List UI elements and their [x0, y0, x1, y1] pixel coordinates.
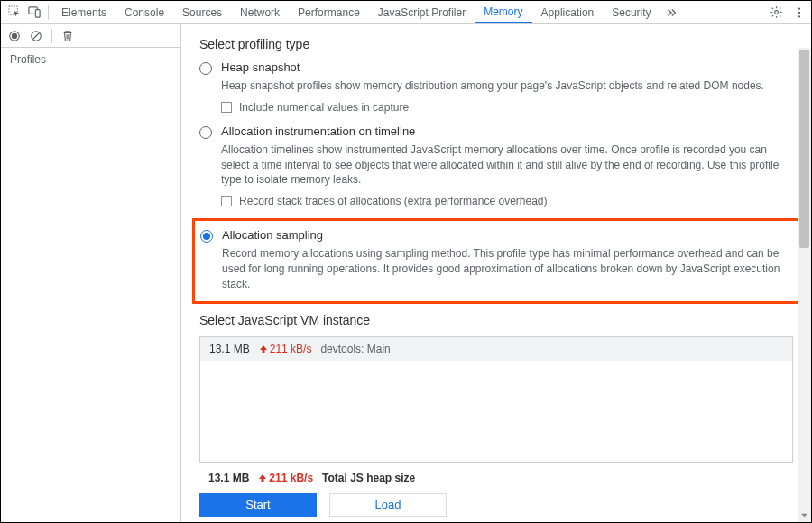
summary-rate: 211 kB/s [258, 472, 313, 484]
tab-network[interactable]: Network [231, 1, 289, 23]
start-button[interactable]: Start [199, 493, 317, 517]
radio-allocation-timeline[interactable] [199, 126, 212, 139]
delete-icon[interactable] [61, 30, 74, 42]
scrollbar-thumb[interactable] [799, 50, 809, 248]
tabs-overflow-icon[interactable] [660, 1, 682, 23]
svg-point-5 [798, 11, 800, 13]
vm-name: devtools: Main [320, 343, 390, 355]
tab-memory[interactable]: Memory [475, 1, 531, 23]
divider [51, 29, 52, 43]
vm-instance-list: 13.1 MB 211 kB/s devtools: Main [199, 336, 793, 463]
tab-security[interactable]: Security [603, 1, 660, 23]
vm-instance-heading: Select JavaScript VM instance [199, 313, 793, 327]
vm-instance-row[interactable]: 13.1 MB 211 kB/s devtools: Main [200, 337, 792, 361]
allocation-timeline-label[interactable]: Allocation instrumentation on timeline [221, 124, 415, 138]
device-toggle-icon[interactable] [24, 1, 44, 23]
svg-point-3 [774, 11, 778, 14]
allocation-timeline-desc: Allocation timelines show instrumented J… [221, 142, 793, 188]
inspect-icon[interactable] [5, 1, 24, 23]
arrow-up-icon [258, 473, 267, 482]
svg-point-4 [798, 7, 800, 9]
allocation-sampling-desc: Record memory allocations using sampling… [222, 246, 792, 291]
profiles-sidebar: Profiles [1, 24, 181, 522]
include-numerical-label[interactable]: Include numerical values in capture [239, 101, 409, 114]
summary-mem: 13.1 MB [208, 472, 249, 484]
tab-js-profiler[interactable]: JavaScript Profiler [369, 1, 475, 23]
record-icon[interactable] [8, 30, 21, 42]
summary-label: Total JS heap size [322, 472, 415, 484]
scroll-down-icon[interactable] [798, 509, 811, 522]
tab-sources[interactable]: Sources [173, 1, 231, 23]
svg-rect-2 [35, 10, 40, 17]
devtools-tabstrip: Elements Console Sources Network Perform… [1, 1, 811, 24]
heap-summary: 13.1 MB 211 kB/s Total JS heap size [199, 472, 793, 484]
scrollbar[interactable] [798, 48, 811, 522]
load-button[interactable]: Load [329, 493, 447, 517]
radio-allocation-sampling[interactable] [200, 230, 213, 243]
svg-line-10 [33, 32, 40, 39]
tab-performance[interactable]: Performance [289, 1, 369, 23]
heap-snapshot-desc: Heap snapshot profiles show memory distr… [221, 78, 793, 94]
profiling-type-heading: Select profiling type [199, 37, 793, 51]
allocation-sampling-highlight: Allocation sampling Record memory alloca… [192, 218, 800, 303]
vm-mem: 13.1 MB [209, 343, 250, 355]
allocation-sampling-label[interactable]: Allocation sampling [222, 228, 323, 242]
tab-console[interactable]: Console [115, 1, 173, 23]
clear-icon[interactable] [30, 30, 42, 42]
kebab-menu-icon[interactable] [788, 1, 811, 23]
memory-panel: Select profiling type Heap snapshot Heap… [181, 24, 811, 522]
arrow-up-icon [259, 344, 268, 353]
heap-snapshot-label[interactable]: Heap snapshot [221, 60, 300, 74]
panel-body: Profiles Select profiling type Heap snap… [1, 24, 811, 522]
tab-elements[interactable]: Elements [52, 1, 115, 23]
record-stack-traces-label[interactable]: Record stack traces of allocations (extr… [239, 195, 548, 207]
vm-rate: 211 kB/s [259, 343, 312, 355]
profiles-heading: Profiles [1, 48, 180, 71]
record-stack-traces-checkbox[interactable] [221, 196, 232, 206]
radio-heap-snapshot[interactable] [199, 62, 212, 75]
profiles-toolbar [1, 24, 180, 48]
tab-application[interactable]: Application [532, 1, 604, 23]
svg-point-8 [12, 33, 16, 38]
svg-point-6 [798, 15, 800, 17]
include-numerical-checkbox[interactable] [221, 102, 232, 113]
divider [48, 5, 49, 20]
settings-icon[interactable] [764, 1, 788, 23]
